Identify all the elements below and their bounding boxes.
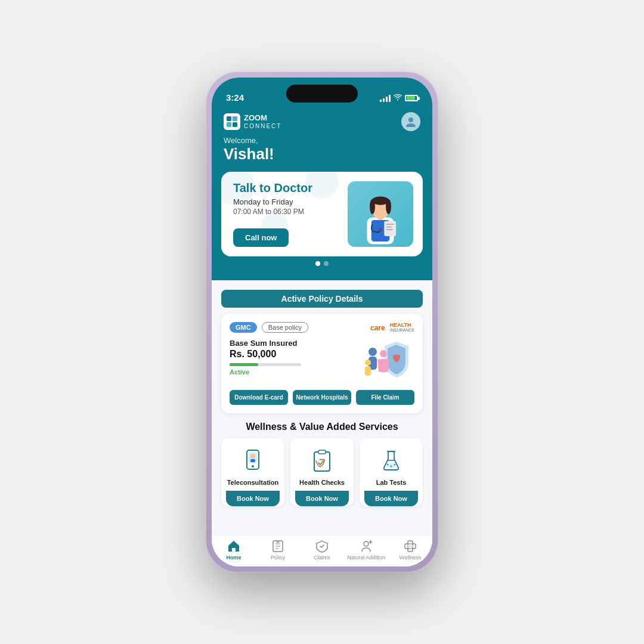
- svg-rect-33: [318, 450, 326, 454]
- banner-title: Talk to Doctor: [233, 181, 342, 195]
- natural-addition-icon: [359, 539, 373, 553]
- claims-label: Claims: [314, 555, 330, 561]
- svg-text:care: care: [370, 324, 385, 332]
- file-claim-button[interactable]: File Claim: [356, 390, 414, 405]
- policy-section: Active Policy Details GMC Base policy ca…: [221, 290, 423, 413]
- lab-tests-icon: [376, 445, 406, 475]
- svg-rect-19: [386, 227, 392, 228]
- base-policy-pill: Base policy: [262, 322, 308, 333]
- white-content-area: Active Policy Details GMC Base policy ca…: [212, 280, 432, 535]
- svg-point-16: [379, 228, 382, 231]
- wellness-card-teleconsultation[interactable]: Teleconsultation Book Now: [221, 438, 284, 506]
- phone-screen: 3:24: [212, 78, 432, 566]
- banner-hours: 07:00 AM to 06:30 PM: [233, 208, 342, 216]
- user-name: Vishal!: [224, 145, 420, 163]
- svg-rect-31: [250, 459, 255, 462]
- sum-insured-label: Base Sum Insured: [230, 339, 301, 348]
- banner-days: Monday to Friday: [233, 197, 342, 206]
- svg-rect-2: [227, 122, 231, 127]
- nav-item-policy[interactable]: Policy: [256, 539, 300, 561]
- status-icons: [380, 94, 418, 103]
- app-content: ZOOMCONNECT Welcome, Vishal!: [212, 106, 432, 566]
- wifi-icon: [394, 94, 402, 103]
- banner-card: Talk to Doctor Monday to Friday 07:00 AM…: [221, 172, 423, 256]
- dot-inactive[interactable]: [324, 261, 329, 266]
- svg-point-44: [364, 541, 369, 546]
- svg-point-29: [252, 465, 254, 467]
- svg-point-39: [394, 464, 396, 466]
- wellness-grid: Teleconsultation Book Now: [221, 438, 423, 506]
- call-now-button[interactable]: Call now: [233, 228, 289, 247]
- svg-point-25: [365, 360, 371, 366]
- avatar[interactable]: [401, 112, 420, 131]
- svg-rect-17: [384, 221, 396, 236]
- svg-rect-26: [365, 366, 371, 376]
- wellness-card-health-checks[interactable]: Health Checks Book Now: [290, 438, 354, 506]
- banner-section: Talk to Doctor Monday to Friday 07:00 AM…: [212, 172, 432, 280]
- wellness-section: Wellness & Value Added Services: [221, 422, 423, 506]
- svg-point-30: [250, 454, 255, 459]
- svg-point-22: [369, 348, 377, 356]
- home-label: Home: [226, 555, 241, 561]
- logo: ZOOMCONNECT: [224, 113, 281, 130]
- svg-rect-18: [386, 224, 394, 225]
- carousel-dots: [221, 256, 423, 268]
- policy-card: GMC Base policy care HEALTH INSURANCE: [221, 314, 423, 413]
- policy-illustration: [361, 339, 414, 383]
- notch: [286, 85, 358, 103]
- nav-item-natural-addition[interactable]: Natural Addition: [344, 539, 388, 561]
- doctor-image: [348, 181, 413, 247]
- signal-icon: [380, 95, 391, 102]
- svg-point-38: [391, 466, 392, 467]
- policy-actions: Download E-card Network Hospitals File C…: [230, 390, 414, 405]
- svg-rect-0: [227, 116, 231, 121]
- battery-icon: [405, 95, 418, 101]
- policy-icon: [271, 539, 285, 553]
- health-checks-icon: [307, 445, 337, 475]
- policy-label: Policy: [271, 555, 285, 561]
- nav-item-home[interactable]: Home: [212, 539, 256, 561]
- progress-bar: [230, 363, 258, 366]
- wellness-title: Wellness & Value Added Services: [221, 422, 423, 432]
- phone-frame: 3:24: [206, 72, 438, 572]
- teleconsultation-icon: [238, 445, 268, 475]
- wellness-nav-label: Wellness: [400, 555, 421, 561]
- care-logo: care HEALTH INSURANCE: [370, 322, 414, 333]
- svg-rect-1: [233, 116, 237, 121]
- teleconsultation-book-button[interactable]: Book Now: [226, 491, 280, 506]
- health-checks-book-button[interactable]: Book Now: [295, 491, 349, 506]
- svg-point-24: [380, 350, 387, 357]
- svg-rect-3: [233, 122, 237, 127]
- bottom-nav: Home Policy: [212, 535, 432, 566]
- active-policy-title: Active Policy Details: [221, 290, 423, 308]
- gmc-badge: GMC: [230, 322, 257, 333]
- home-icon: [227, 539, 241, 553]
- wellness-icon-nav: [403, 539, 417, 553]
- logo-icon: [224, 113, 240, 130]
- lab-tests-label: Lab Tests: [376, 479, 407, 486]
- header-area: ZOOMCONNECT Welcome, Vishal!: [212, 106, 432, 172]
- network-hospitals-button[interactable]: Network Hospitals: [293, 390, 351, 405]
- status-time: 3:24: [226, 92, 244, 103]
- health-checks-label: Health Checks: [299, 479, 345, 486]
- dot-active[interactable]: [315, 261, 320, 266]
- nav-item-wellness[interactable]: Wellness: [388, 539, 432, 561]
- wellness-card-lab-tests[interactable]: Lab Tests Book Now: [360, 438, 423, 506]
- active-status: Active: [230, 369, 301, 376]
- sum-insured-value: Rs. 50,000: [230, 349, 301, 360]
- svg-point-15: [386, 199, 391, 214]
- svg-rect-20: [386, 229, 393, 230]
- svg-point-37: [387, 464, 389, 466]
- svg-point-4: [408, 117, 413, 122]
- download-ecard-button[interactable]: Download E-card: [230, 390, 288, 405]
- nav-item-claims[interactable]: Claims: [300, 539, 344, 561]
- natural-addition-label: Natural Addition: [347, 555, 385, 561]
- welcome-text: Welcome,: [224, 136, 420, 145]
- claims-icon: [315, 539, 329, 553]
- svg-rect-50: [406, 545, 414, 547]
- lab-tests-book-button[interactable]: Book Now: [364, 491, 418, 506]
- svg-point-14: [370, 199, 375, 214]
- teleconsultation-label: Teleconsultation: [227, 479, 279, 486]
